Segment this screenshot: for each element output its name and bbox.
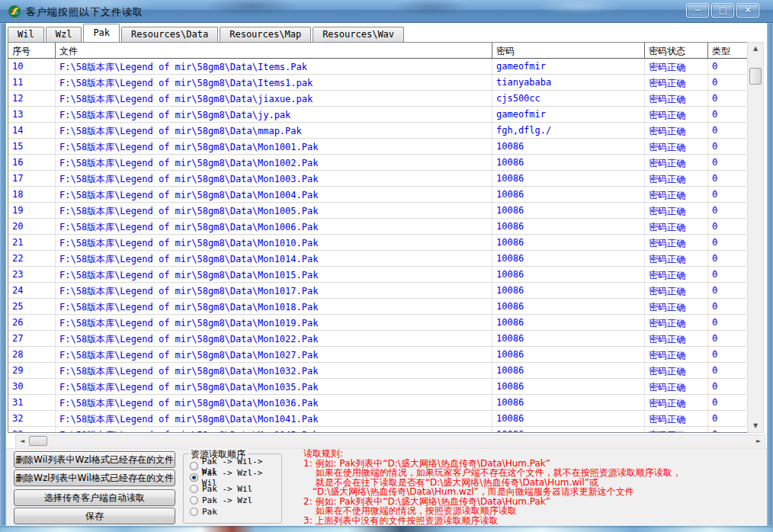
- table-row[interactable]: 28F:\58版本库\Legend of mir\58gm8\Data\Mon1…: [8, 347, 746, 363]
- horizontal-scrollbar-thumb[interactable]: [29, 436, 47, 446]
- radio-icon[interactable]: [190, 496, 198, 505]
- titlebar[interactable]: 客户端按照以下文件读取 ─ □ ✕: [0, 0, 773, 23]
- column-header[interactable]: 类型: [708, 43, 746, 58]
- table-row[interactable]: 24F:\58版本库\Legend of mir\58gm8\Data\Mon1…: [8, 283, 746, 299]
- table-row[interactable]: 26F:\58版本库\Legend of mir\58gm8\Data\Mon1…: [8, 315, 746, 331]
- table-row[interactable]: 33F:\58版本库\Legend of mir\58gm8\Data\Mon1…: [8, 427, 746, 433]
- cell-type: 0: [708, 91, 746, 106]
- cell-password: gameofmir: [492, 107, 645, 122]
- cell-no: 12: [8, 91, 56, 106]
- table-row[interactable]: 23F:\58版本库\Legend of mir\58gm8\Data\Mon1…: [8, 267, 746, 283]
- table-row[interactable]: 12F:\58版本库\Legend of mir\58gm8\Data\jiax…: [8, 91, 746, 107]
- tab-wil[interactable]: Wil: [8, 27, 44, 42]
- cell-status: 密码正确: [645, 251, 708, 266]
- table-row[interactable]: 27F:\58版本库\Legend of mir\58gm8\Data\Mon1…: [8, 331, 746, 347]
- minimize-button[interactable]: ─: [686, 3, 709, 18]
- radio-icon[interactable]: [190, 508, 198, 516]
- cell-type: 0: [708, 379, 746, 394]
- cell-status: 密码正确: [645, 347, 708, 362]
- bottom-panel: 删除Wil列表中Wzl格式已经存在的文件删除Wzl列表中Wil格式已经存在的文件…: [6, 448, 767, 526]
- radio-selected-icon[interactable]: [190, 473, 198, 482]
- cell-no: 10: [8, 59, 56, 74]
- cell-type: 0: [708, 187, 746, 202]
- radio-icon[interactable]: [190, 462, 198, 470]
- scroll-right-icon[interactable]: ►: [752, 435, 765, 447]
- app-icon[interactable]: [8, 5, 21, 18]
- cell-status: 密码正确: [645, 283, 708, 298]
- cell-password: 10086: [492, 251, 645, 266]
- table-row[interactable]: 31F:\58版本库\Legend of mir\58gm8\Data\Mon1…: [8, 395, 746, 411]
- window-title: 客户端按照以下文件读取: [26, 5, 143, 19]
- cell-file: F:\58版本库\Legend of mir\58gm8\Data\Mon100…: [56, 203, 492, 218]
- cell-status: 密码正确: [645, 107, 708, 122]
- save-button[interactable]: 保存: [14, 508, 175, 524]
- cell-status: 密码正确: [645, 235, 708, 250]
- table-row[interactable]: 18F:\58版本库\Legend of mir\58gm8\Data\Mon1…: [8, 187, 746, 203]
- cell-status: 密码正确: [645, 427, 708, 433]
- vertical-scrollbar-thumb[interactable]: [749, 68, 762, 85]
- horizontal-scrollbar[interactable]: ◄ ►: [15, 434, 765, 447]
- table-row[interactable]: 16F:\58版本库\Legend of mir\58gm8\Data\Mon1…: [8, 155, 746, 171]
- column-header[interactable]: 密码状态: [645, 43, 708, 58]
- cell-file: F:\58版本库\Legend of mir\58gm8\Data\Items1…: [56, 75, 492, 90]
- cell-file: F:\58版本库\Legend of mir\58gm8\Data\Mon100…: [56, 139, 492, 154]
- scroll-down-icon[interactable]: ▼: [748, 420, 763, 432]
- table-header: 序号文件密码密码状态类型: [8, 43, 747, 59]
- column-header[interactable]: 序号: [8, 43, 56, 58]
- column-header[interactable]: 密码: [492, 43, 645, 58]
- cell-status: 密码正确: [645, 379, 708, 394]
- cell-status: 密码正确: [645, 315, 708, 330]
- table-row[interactable]: 15F:\58版本库\Legend of mir\58gm8\Data\Mon1…: [8, 139, 746, 155]
- table-row[interactable]: 30F:\58版本库\Legend of mir\58gm8\Data\Mon1…: [8, 379, 746, 395]
- cell-file: F:\58版本库\Legend of mir\58gm8\Data\Mon100…: [56, 171, 492, 186]
- cell-no: 27: [8, 331, 56, 346]
- radio-option[interactable]: Pak -> Wzl-> Wil: [190, 472, 281, 483]
- cell-no: 18: [8, 187, 56, 202]
- remove-wzl-duplicates-button[interactable]: 删除Wzl列表中Wil格式已经存在的文件: [14, 470, 175, 486]
- tab-resources-map[interactable]: Resources\Map: [220, 27, 311, 42]
- select-client-autoread-button[interactable]: 选择传奇客户端自动读取: [14, 489, 175, 506]
- cell-status: 密码正确: [645, 363, 708, 378]
- scroll-left-icon[interactable]: ◄: [16, 435, 28, 447]
- tab-resources-data[interactable]: Resources\Data: [121, 27, 218, 42]
- radio-option[interactable]: Pak -> Wzl: [190, 495, 281, 506]
- cell-type: 0: [708, 299, 746, 314]
- scroll-up-icon[interactable]: ▲: [748, 43, 763, 55]
- cell-status: 密码正确: [645, 411, 708, 426]
- cell-password: 10086: [492, 219, 645, 234]
- column-header[interactable]: 文件: [56, 43, 492, 58]
- tab-wzl[interactable]: Wzl: [46, 27, 82, 42]
- cell-type: 0: [708, 347, 746, 362]
- table-row[interactable]: 21F:\58版本库\Legend of mir\58gm8\Data\Mon1…: [8, 235, 746, 251]
- table-row[interactable]: 25F:\58版本库\Legend of mir\58gm8\Data\Mon1…: [8, 299, 746, 315]
- close-button[interactable]: ✕: [736, 3, 759, 18]
- remove-wil-duplicates-button[interactable]: 删除Wil列表中Wzl格式已经存在的文件: [14, 451, 175, 468]
- cell-password: 10086: [492, 171, 645, 186]
- radio-icon[interactable]: [190, 485, 198, 493]
- cell-status: 密码正确: [645, 155, 708, 170]
- cell-password: 10086: [492, 411, 645, 426]
- cell-type: 0: [708, 107, 746, 122]
- maximize-button[interactable]: □: [711, 3, 734, 18]
- table-row[interactable]: 14F:\58版本库\Legend of mir\58gm8\Data\mmap…: [8, 123, 746, 139]
- vertical-scrollbar[interactable]: ▲ ▼: [747, 42, 764, 433]
- tab-pak[interactable]: Pak: [83, 24, 120, 42]
- cell-type: 0: [708, 427, 746, 433]
- cell-no: 31: [8, 395, 56, 410]
- tab-resources-wav[interactable]: Resources\Wav: [313, 27, 404, 42]
- rule-line: 读取规则:: [303, 449, 761, 459]
- radio-option[interactable]: Pak: [190, 506, 281, 518]
- table-row[interactable]: 19F:\58版本库\Legend of mir\58gm8\Data\Mon1…: [8, 203, 746, 219]
- table-row[interactable]: 10F:\58版本库\Legend of mir\58gm8\Data\Item…: [8, 59, 746, 75]
- table-row[interactable]: 20F:\58版本库\Legend of mir\58gm8\Data\Mon1…: [8, 219, 746, 235]
- table-row[interactable]: 22F:\58版本库\Legend of mir\58gm8\Data\Mon1…: [8, 251, 746, 267]
- table-row[interactable]: 29F:\58版本库\Legend of mir\58gm8\Data\Mon1…: [8, 363, 746, 379]
- table-row[interactable]: 13F:\58版本库\Legend of mir\58gm8\Data\jy.p…: [8, 107, 746, 123]
- table-row[interactable]: 32F:\58版本库\Legend of mir\58gm8\Data\Mon1…: [8, 411, 746, 427]
- cell-password: 10086: [492, 331, 645, 346]
- cell-no: 23: [8, 267, 56, 282]
- table-row[interactable]: 17F:\58版本库\Legend of mir\58gm8\Data\Mon1…: [8, 171, 746, 187]
- table-row[interactable]: 11F:\58版本库\Legend of mir\58gm8\Data\Item…: [8, 75, 746, 91]
- cell-file: F:\58版本库\Legend of mir\58gm8\Data\Mon101…: [56, 267, 492, 282]
- cell-type: 0: [708, 267, 746, 282]
